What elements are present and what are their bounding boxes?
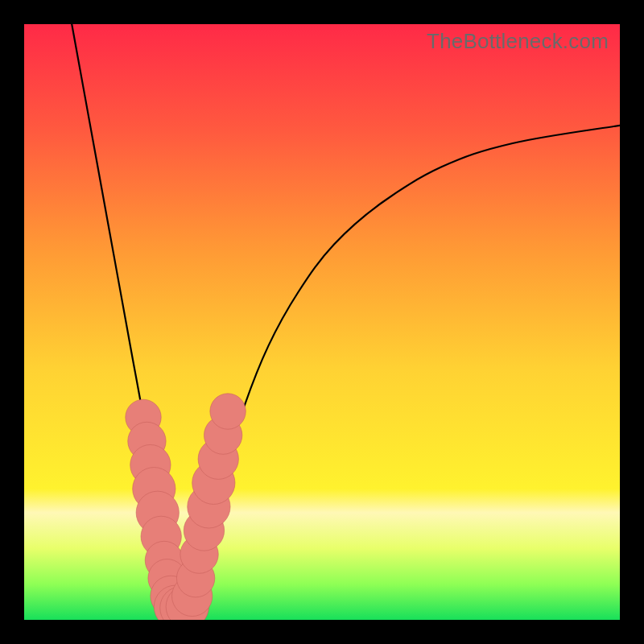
curve-markers <box>126 394 246 620</box>
chart-curve-layer <box>24 24 620 620</box>
chart-frame: TheBottleneck.com <box>0 0 644 644</box>
curve-marker <box>210 394 246 429</box>
curve-right-branch <box>191 126 620 608</box>
chart-plot-area: TheBottleneck.com <box>24 24 620 620</box>
